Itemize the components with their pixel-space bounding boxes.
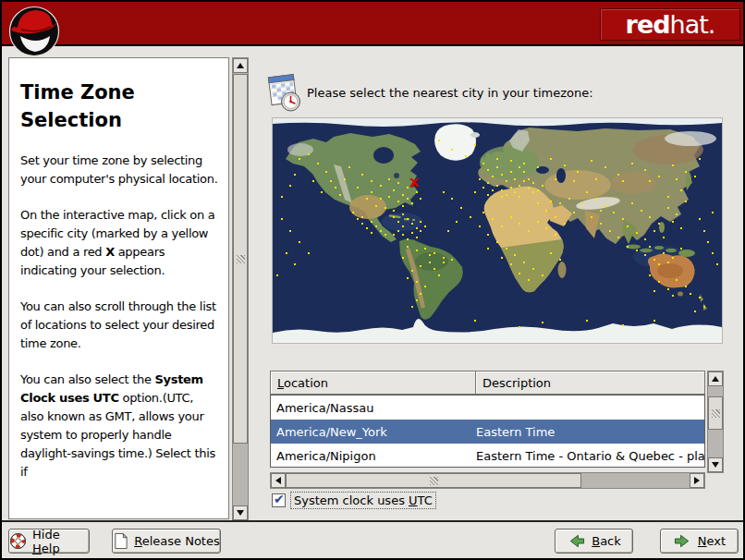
city-dot[interactable]: [672, 295, 674, 297]
city-dot[interactable]: [528, 187, 530, 189]
city-dot[interactable]: [581, 202, 583, 204]
city-dot[interactable]: [680, 248, 682, 250]
city-dot[interactable]: [537, 221, 539, 223]
city-dot[interactable]: [595, 198, 597, 200]
city-dot[interactable]: [357, 218, 359, 220]
city-dot[interactable]: [361, 216, 363, 218]
city-dot[interactable]: [339, 194, 341, 196]
city-dot[interactable]: [420, 293, 421, 295]
city-dot[interactable]: [492, 176, 494, 177]
city-dot[interactable]: [496, 158, 498, 160]
city-dot[interactable]: [600, 210, 602, 212]
city-dot[interactable]: [667, 288, 669, 290]
city-dot[interactable]: [510, 216, 512, 218]
city-dot[interactable]: [460, 207, 462, 209]
city-dot[interactable]: [443, 191, 445, 193]
city-dot[interactable]: [321, 191, 323, 193]
city-dot[interactable]: [519, 273, 520, 274]
city-dot[interactable]: [424, 286, 426, 287]
city-dot[interactable]: [577, 171, 579, 173]
city-dot[interactable]: [492, 218, 494, 220]
city-dot[interactable]: [627, 246, 629, 248]
city-dot[interactable]: [388, 178, 390, 180]
city-dot[interactable]: [308, 252, 310, 254]
city-dot[interactable]: [712, 252, 714, 254]
scrollbar-thumb[interactable]: [286, 473, 581, 488]
city-dot[interactable]: [299, 158, 300, 160]
city-dot[interactable]: [609, 230, 611, 232]
city-dot[interactable]: [542, 274, 543, 276]
city-dot[interactable]: [703, 230, 705, 232]
table-row-selected[interactable]: America/New_YorkEastern Time: [271, 420, 704, 444]
city-dot[interactable]: [537, 166, 539, 168]
city-dot[interactable]: [617, 237, 619, 238]
city-dot[interactable]: [591, 160, 592, 162]
city-dot[interactable]: [519, 185, 520, 187]
city-dot[interactable]: [658, 281, 660, 283]
city-dot[interactable]: [470, 216, 471, 218]
city-dot[interactable]: [281, 196, 283, 198]
city-dot[interactable]: [523, 262, 525, 263]
city-dot[interactable]: [617, 174, 619, 176]
table-row[interactable]: America/Nassau: [271, 396, 704, 420]
city-dot[interactable]: [699, 158, 701, 160]
scroll-right-button[interactable]: [690, 473, 704, 488]
city-dot[interactable]: [487, 248, 489, 250]
city-dot[interactable]: [501, 225, 503, 227]
scrollbar-thumb[interactable]: [233, 74, 248, 444]
next-button[interactable]: Next: [660, 529, 739, 554]
city-dot[interactable]: [317, 163, 319, 164]
city-dot[interactable]: [564, 223, 566, 225]
city-dot[interactable]: [393, 210, 395, 212]
city-dot[interactable]: [631, 202, 633, 204]
city-dot[interactable]: [690, 293, 691, 295]
city-dot[interactable]: [407, 277, 409, 279]
city-dot[interactable]: [545, 227, 547, 229]
city-dot[interactable]: [380, 185, 382, 187]
city-dot[interactable]: [385, 234, 386, 236]
city-dot[interactable]: [357, 187, 359, 189]
scroll-up-button[interactable]: [233, 58, 248, 73]
city-dot[interactable]: [397, 201, 399, 202]
city-dot[interactable]: [397, 230, 399, 232]
city-dot[interactable]: [289, 185, 291, 187]
city-dot[interactable]: [676, 213, 678, 215]
city-dot[interactable]: [627, 225, 629, 227]
city-dot[interactable]: [699, 297, 701, 298]
scroll-down-button[interactable]: [233, 505, 248, 520]
city-dot[interactable]: [375, 225, 377, 227]
city-dot[interactable]: [605, 205, 606, 207]
city-dot[interactable]: [542, 322, 543, 323]
city-dot[interactable]: [276, 274, 278, 276]
city-dot[interactable]: [281, 218, 283, 220]
city-dot[interactable]: [294, 174, 296, 176]
city-dot[interactable]: [573, 212, 575, 213]
scroll-down-button[interactable]: [708, 457, 723, 472]
city-dot[interactable]: [586, 320, 588, 322]
city-dot[interactable]: [636, 250, 638, 251]
city-dot[interactable]: [402, 225, 404, 227]
hide-help-button[interactable]: Hide Help: [8, 529, 90, 554]
city-dot[interactable]: [371, 221, 372, 223]
city-dot[interactable]: [716, 263, 718, 265]
city-dot[interactable]: [649, 216, 651, 218]
city-dot[interactable]: [420, 230, 421, 232]
city-dot[interactable]: [361, 223, 363, 225]
city-dot[interactable]: [443, 257, 445, 259]
city-dot[interactable]: [352, 212, 354, 213]
city-dot[interactable]: [653, 230, 655, 232]
city-dot[interactable]: [434, 252, 435, 254]
city-dot[interactable]: [676, 178, 678, 180]
city-dot[interactable]: [429, 262, 431, 263]
city-dot[interactable]: [514, 254, 516, 256]
city-dot[interactable]: [622, 180, 624, 182]
city-dot[interactable]: [474, 144, 476, 146]
city-dot[interactable]: [501, 196, 503, 198]
city-dot[interactable]: [434, 268, 435, 270]
city-dot[interactable]: [416, 237, 418, 238]
city-dot[interactable]: [685, 171, 687, 173]
city-dot[interactable]: [361, 174, 363, 176]
city-dot[interactable]: [649, 274, 651, 276]
city-dot[interactable]: [622, 218, 624, 220]
city-dot[interactable]: [479, 178, 481, 180]
